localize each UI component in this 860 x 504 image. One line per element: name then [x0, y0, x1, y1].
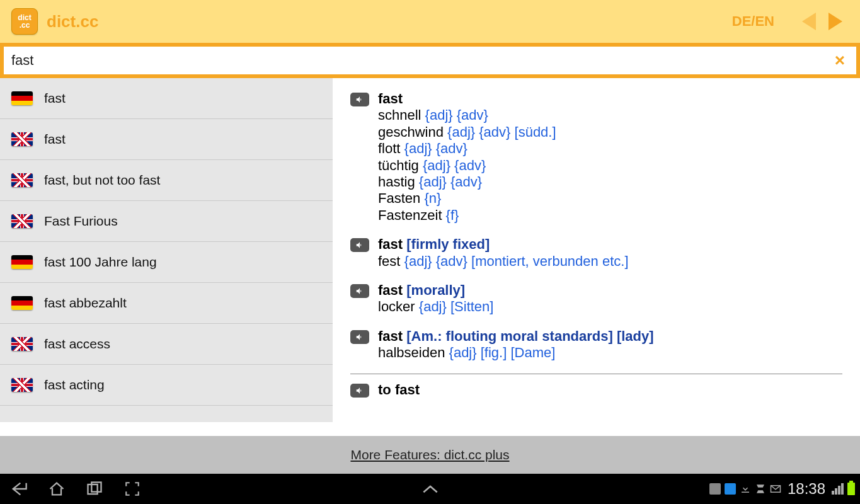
grammar-tag: {adj} {adv} — [423, 158, 486, 173]
entry-body: fast [Am.: flouting moral standards] [la… — [378, 328, 842, 362]
grammar-tag: {adj} — [449, 345, 477, 360]
grammar-tag: {adj} {adv} — [425, 107, 488, 123]
headword-line: fast [morally] — [378, 282, 842, 299]
suggestion-text: fast access — [44, 336, 110, 352]
speaker-icon — [355, 386, 364, 395]
suggestion-text: fast 100 Jahre lang — [44, 255, 157, 270]
translation-word: schnell — [378, 107, 425, 123]
grammar-tag: {f} — [446, 207, 459, 223]
home-button[interactable] — [38, 474, 76, 504]
audio-button[interactable] — [350, 93, 369, 106]
translation-line: halbseiden {adj} [fig.] [Dame] — [378, 345, 842, 361]
headword: fast — [378, 282, 403, 298]
suggestion-text: fast acting — [44, 377, 105, 392]
back-button[interactable] — [0, 474, 38, 504]
result-entry: fast [morally]locker {adj} [Sitten] — [350, 282, 842, 316]
result-entry: fastschnell {adj} {adv}geschwind {adj} {… — [350, 91, 842, 224]
translation-word: Fastenzeit — [378, 207, 446, 223]
flag-en-icon — [11, 378, 33, 392]
battery-icon — [847, 483, 855, 495]
promo-banner[interactable]: More Features: dict.cc plus — [0, 436, 860, 474]
translation-line: tüchtig {adj} {adv} — [378, 158, 842, 174]
grammar-tag: {adj} {adv} — [404, 253, 467, 269]
screenshot-button[interactable] — [113, 474, 151, 504]
speaker-icon — [355, 287, 364, 295]
headword-qualifier: [morally] — [403, 282, 465, 298]
suggestion-item[interactable]: fast acting — [0, 365, 333, 406]
translation-word: geschwind — [378, 124, 447, 140]
usage-note: [Sitten] — [447, 299, 494, 314]
results-panel: fastschnell {adj} {adv}geschwind {adj} {… — [333, 78, 860, 422]
flag-en-icon — [11, 214, 33, 228]
flag-en-icon — [11, 132, 33, 146]
audio-button[interactable] — [350, 284, 369, 298]
suggestion-item[interactable]: fast — [0, 119, 333, 160]
speaker-icon — [355, 241, 364, 249]
flag-de-icon — [11, 296, 33, 310]
app-header: dict .cc dict.cc DE/EN — [0, 0, 860, 43]
translation-word: tüchtig — [378, 158, 423, 173]
suggestion-item[interactable]: Fast Furious — [0, 201, 333, 242]
headword: fast — [378, 328, 403, 344]
headword: fast — [378, 91, 403, 106]
translation-line: hastig {adj} {adv} — [378, 174, 842, 190]
suggestion-item[interactable]: fast, but not too fast — [0, 160, 333, 201]
audio-button[interactable] — [350, 330, 369, 344]
app-icon-text: dict .cc — [12, 14, 37, 29]
headword-qualifier: [Am.: flouting moral standards] [lady] — [403, 328, 653, 344]
suggestion-item[interactable]: fast 100 Jahre lang — [0, 242, 333, 283]
grammar-tag: {adj} {adv} — [419, 174, 482, 190]
headword-line: fast — [378, 91, 842, 107]
svg-rect-1 — [91, 483, 101, 492]
entry-body: fast [morally]locker {adj} [Sitten] — [378, 282, 842, 316]
android-navbar: 18:38 — [0, 474, 860, 504]
translation-word: flott — [378, 140, 404, 156]
next-arrow-icon[interactable] — [828, 13, 842, 30]
flag-de-icon — [11, 91, 33, 105]
translation-word: hastig — [378, 174, 419, 190]
suggestion-text: fast abbezahlt — [44, 295, 127, 311]
translation-line: geschwind {adj} {adv} [südd.] — [378, 124, 842, 140]
speaker-icon — [355, 333, 364, 341]
entry-body: fastschnell {adj} {adv}geschwind {adj} {… — [378, 91, 842, 224]
signal-icon — [832, 483, 844, 495]
suggestion-item[interactable]: fast abbezahlt — [0, 283, 333, 324]
app-icon[interactable]: dict .cc — [11, 8, 38, 35]
usage-note: [montiert, verbunden etc.] — [467, 253, 629, 269]
speaker-icon — [355, 95, 364, 104]
suggestion-item[interactable]: fast access — [0, 324, 333, 365]
translation-line: locker {adj} [Sitten] — [378, 299, 842, 315]
search-input[interactable] — [11, 52, 831, 69]
audio-button[interactable] — [350, 238, 369, 252]
translation-line: fest {adj} {adv} [montiert, verbunden et… — [378, 253, 842, 270]
status-tray: 18:38 — [709, 480, 860, 498]
app-title: dict.cc — [47, 12, 98, 32]
flag-de-icon — [11, 255, 33, 269]
audio-button[interactable] — [350, 384, 369, 398]
entry-body: to fast — [378, 382, 842, 398]
search-inner: × — [4, 47, 856, 74]
entry-body: fast [firmly fixed]fest {adj} {adv} [mon… — [378, 236, 842, 270]
translation-word: fest — [378, 253, 404, 269]
prev-arrow-icon[interactable] — [802, 13, 816, 30]
suggestion-item[interactable]: fast — [0, 78, 333, 119]
search-bar: × — [0, 43, 860, 78]
nav-expand[interactable] — [151, 484, 709, 494]
translation-word: halbseiden — [378, 345, 449, 360]
grammar-tag: {n} — [424, 190, 441, 206]
headword: to fast — [378, 382, 420, 398]
language-toggle[interactable]: DE/EN — [732, 13, 774, 30]
recent-apps-button[interactable] — [76, 474, 113, 504]
result-entry: fast [firmly fixed]fest {adj} {adv} [mon… — [350, 236, 842, 270]
grammar-tag: {adj} {adv} — [404, 140, 467, 156]
result-entry: fast [Am.: flouting moral standards] [la… — [350, 328, 842, 362]
clear-search-button[interactable]: × — [831, 50, 849, 71]
main-content: fastfastfast, but not too fastFast Furio… — [0, 78, 860, 422]
translation-word: Fasten — [378, 190, 424, 206]
usage-note: [südd.] — [510, 124, 556, 140]
doc-icon — [709, 483, 721, 495]
suggestion-text: Fast Furious — [44, 214, 118, 229]
mail-icon — [770, 483, 781, 495]
flag-en-icon — [11, 173, 33, 187]
clock: 18:38 — [788, 480, 825, 498]
